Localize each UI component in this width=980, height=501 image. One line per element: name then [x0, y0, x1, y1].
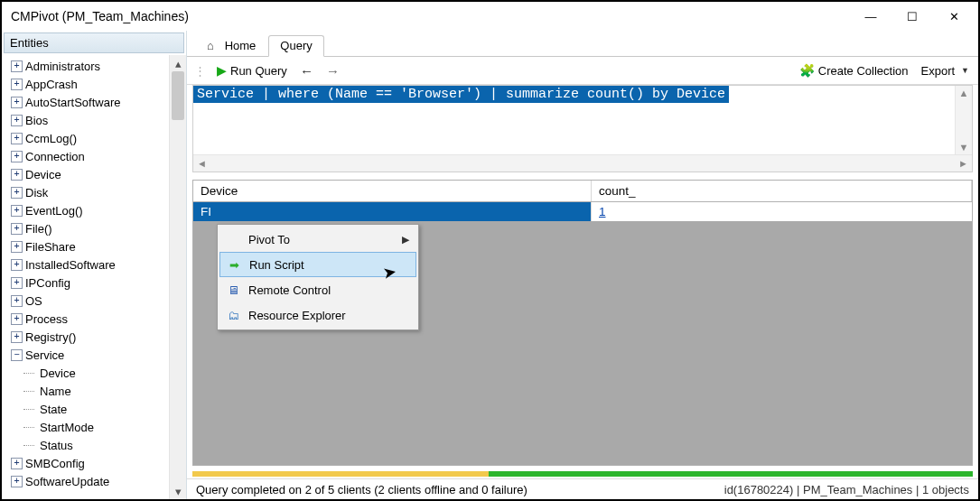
- tree-node[interactable]: Process: [2, 310, 169, 328]
- tree-node-label: Device: [25, 168, 61, 181]
- expand-icon[interactable]: [11, 187, 23, 199]
- tree-node-label: Administrators: [25, 60, 100, 73]
- titlebar: CMPivot (PM_Team_Machines) — ☐ ✕: [2, 2, 978, 31]
- monitor-icon: 🖥: [225, 283, 241, 297]
- cell-count-link[interactable]: 1: [591, 202, 972, 221]
- tree-node-label: Status: [40, 439, 73, 452]
- tree-node-label: InstalledSoftware: [25, 258, 116, 272]
- create-collection-button[interactable]: 🧩 Create Collection: [798, 60, 910, 81]
- col-device[interactable]: Device: [193, 181, 592, 201]
- query-hscroll[interactable]: ◄ ►: [193, 154, 972, 172]
- scroll-up-icon[interactable]: ▲: [956, 86, 972, 100]
- expand-icon[interactable]: [11, 277, 23, 289]
- expand-icon[interactable]: [11, 313, 23, 325]
- expand-icon[interactable]: [11, 115, 23, 126]
- expand-icon[interactable]: [11, 133, 23, 144]
- minimize-button[interactable]: —: [850, 4, 891, 29]
- tree-node-label: Registry(): [25, 330, 76, 344]
- tree-node[interactable]: Administrators: [2, 57, 169, 75]
- scroll-thumb[interactable]: [172, 71, 184, 120]
- tree-child-node[interactable]: Status: [2, 436, 169, 454]
- expand-icon[interactable]: [11, 169, 23, 181]
- run-query-button[interactable]: ▶ Run Query: [215, 60, 289, 81]
- tree-node[interactable]: Bios: [2, 111, 169, 129]
- tree-node[interactable]: Disk: [2, 183, 169, 201]
- tree-node[interactable]: AppCrash: [2, 75, 169, 93]
- query-vscroll[interactable]: ▲ ▼: [955, 86, 972, 154]
- tree-node[interactable]: InstalledSoftware: [2, 255, 169, 274]
- tab-home-label: Home: [225, 39, 257, 52]
- close-button[interactable]: ✕: [933, 4, 975, 29]
- tree-node-label: State: [40, 403, 67, 416]
- entities-tree[interactable]: AdministratorsAppCrashAutoStartSoftwareB…: [2, 55, 169, 499]
- expand-icon[interactable]: [11, 295, 23, 307]
- expand-icon[interactable]: [11, 241, 23, 253]
- status-right: id(16780224) | PM_Team_Machines | 1 obje…: [724, 483, 969, 496]
- query-text[interactable]: Service | where (Name == 'Browser') | su…: [193, 86, 729, 103]
- tree-node[interactable]: AutoStartSoftware: [2, 93, 169, 111]
- tree-child-node[interactable]: Name: [2, 382, 169, 400]
- col-count[interactable]: count_: [592, 181, 972, 201]
- expand-icon[interactable]: [11, 205, 23, 217]
- nav-forward-button[interactable]: →: [324, 60, 341, 81]
- tree-child-node[interactable]: Device: [2, 364, 169, 382]
- ctx-explorer-label: Resource Explorer: [248, 309, 409, 322]
- export-button[interactable]: Export ▼: [919, 60, 972, 81]
- tree-scrollbar[interactable]: ▴ ▾: [169, 55, 186, 499]
- app-window: CMPivot (PM_Team_Machines) — ☐ ✕ Entitie…: [0, 0, 980, 501]
- tab-home[interactable]: ⌂ Home: [192, 35, 266, 56]
- grid-header: Device count_: [193, 181, 972, 202]
- ctx-resource-explorer[interactable]: 🗂 Resource Explorer: [219, 302, 416, 328]
- tree-node[interactable]: Registry(): [2, 328, 169, 346]
- expand-icon[interactable]: [11, 223, 23, 235]
- tree-node-label: Process: [25, 312, 68, 326]
- caret-down-icon: ▼: [961, 66, 969, 75]
- home-icon: ⌂: [203, 38, 218, 52]
- tree-child-node[interactable]: StartMode: [2, 418, 169, 436]
- scroll-left-icon[interactable]: ◄: [197, 158, 207, 169]
- tree-node-label: AppCrash: [25, 78, 78, 91]
- scroll-up-icon[interactable]: ▴: [170, 55, 186, 71]
- grid-row-selected[interactable]: FI 1: [193, 202, 972, 221]
- tree-node[interactable]: File(): [2, 219, 169, 237]
- main-panel: ⌂ Home Query ⋮ ▶ Run Query ← →: [187, 31, 978, 499]
- tree-node[interactable]: CcmLog(): [2, 129, 169, 147]
- scroll-down-icon[interactable]: ▼: [956, 140, 972, 154]
- export-label: Export: [921, 64, 956, 78]
- tree-node[interactable]: EventLog(): [2, 201, 169, 219]
- scroll-down-icon[interactable]: ▾: [170, 483, 186, 499]
- tree-node[interactable]: FileShare: [2, 237, 169, 255]
- expand-icon[interactable]: [11, 60, 23, 72]
- tree-node[interactable]: SMBConfig: [2, 454, 169, 472]
- tree-node[interactable]: Device: [2, 165, 169, 183]
- tree-node-label: Disk: [25, 186, 48, 199]
- maximize-button[interactable]: ☐: [891, 4, 933, 29]
- forward-arrow-icon: ➡: [226, 258, 242, 272]
- ctx-remote-label: Remote Control: [248, 283, 409, 297]
- query-editor[interactable]: Service | where (Name == 'Browser') | su…: [192, 85, 973, 172]
- tree-node[interactable]: SoftwareUpdate: [2, 472, 169, 490]
- ctx-pivot-to[interactable]: Pivot To ▶: [219, 227, 416, 252]
- cell-device[interactable]: FI: [193, 202, 591, 221]
- tree-node[interactable]: Connection: [2, 147, 169, 165]
- tree-node-label: SoftwareUpdate: [25, 475, 109, 488]
- create-collection-label: Create Collection: [818, 64, 909, 78]
- expand-icon[interactable]: [11, 79, 23, 90]
- tree-node[interactable]: IPConfig: [2, 274, 169, 292]
- tab-query[interactable]: Query: [268, 35, 323, 57]
- expand-icon[interactable]: [11, 458, 23, 469]
- tree-child-node[interactable]: State: [2, 400, 169, 418]
- expand-icon[interactable]: [11, 259, 23, 271]
- scroll-right-icon[interactable]: ►: [958, 158, 968, 169]
- expand-icon[interactable]: [11, 331, 23, 343]
- tree-node-label: File(): [25, 222, 52, 236]
- ctx-pivot-label: Pivot To: [248, 233, 395, 246]
- expand-icon[interactable]: [11, 151, 23, 162]
- expand-icon[interactable]: [11, 476, 23, 487]
- tree-node[interactable]: Service: [2, 346, 169, 364]
- tree-node[interactable]: OS: [2, 292, 169, 310]
- tree-node-label: StartMode: [40, 421, 94, 434]
- expand-icon[interactable]: [11, 97, 23, 108]
- collapse-icon[interactable]: [11, 349, 23, 361]
- nav-back-button[interactable]: ←: [298, 60, 315, 81]
